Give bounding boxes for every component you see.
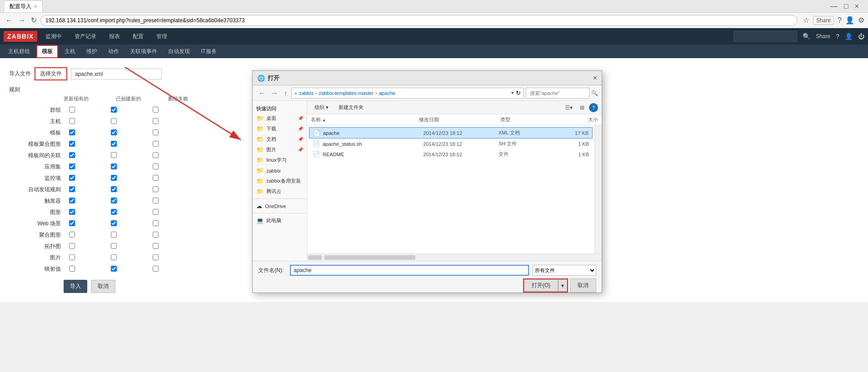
topnav-monitor[interactable]: 监测中 [43,31,65,42]
rule-update-0[interactable] [69,107,75,113]
sidebar-item-zabbix-backup[interactable]: 📁 zabbix备用安装 [253,176,307,186]
rule-create-7[interactable] [111,186,117,192]
subnav-itservices[interactable]: IT服务 [196,46,221,57]
filename-input[interactable] [290,265,529,276]
topnav-admin[interactable]: 管理 [154,31,170,42]
rule-delete-1[interactable] [153,118,159,124]
help-icon[interactable]: ? [838,16,842,25]
dialog-up-btn[interactable]: ↑ [282,89,289,98]
rule-delete-10[interactable] [153,220,159,226]
rule-create-11[interactable] [111,232,117,238]
rule-update-10[interactable] [69,220,75,226]
bookmark-icon[interactable]: ☆ [803,16,809,25]
rule-create-8[interactable] [111,198,117,203]
rule-delete-9[interactable] [153,209,159,215]
horizontal-scrollbar[interactable] [307,253,602,261]
refresh-btn[interactable]: ↻ [29,15,39,25]
vertical-scrollbar[interactable] [594,125,602,253]
rule-create-3[interactable] [111,141,117,147]
view-list-btn[interactable]: ☰▾ [562,103,575,112]
rule-delete-14[interactable] [153,266,159,272]
help-btn[interactable]: ? [589,103,598,112]
rule-update-12[interactable] [69,243,75,249]
rule-create-0[interactable] [111,107,117,113]
subnav-correlations[interactable]: 关联项事件 [125,46,162,57]
rule-create-14[interactable] [111,266,117,272]
sidebar-item-linux[interactable]: 📁 linux学习 [253,155,307,165]
rule-create-6[interactable] [111,175,117,181]
file-row[interactable]: 📄 README 2014/12/23 18:12 文件 1 KB [309,149,593,159]
subnav-templates[interactable]: 模板 [36,45,58,58]
address-bar[interactable] [40,15,798,26]
path-part-3[interactable]: apache [379,90,395,96]
topnav-config[interactable]: 配置 [130,31,146,42]
rule-create-4[interactable] [111,152,117,158]
subnav-actions[interactable]: 动作 [104,46,124,57]
subnav-hosts[interactable]: 主机 [60,46,80,57]
profile-icon[interactable]: 👤 [845,16,854,25]
rule-create-10[interactable] [111,220,117,226]
rule-update-13[interactable] [69,254,75,260]
sidebar-item-onedrive[interactable]: ☁ OneDrive [253,201,307,211]
dialog-refresh-btn[interactable]: ↻ [516,89,521,96]
rule-create-5[interactable] [111,164,117,169]
file-row[interactable]: 📄 apache_status.sh 2014/12/23 18:12 SH 文… [309,139,593,149]
sidebar-item-computer[interactable]: 💻 此电脑 [253,215,307,226]
path-part-2[interactable]: zabbix-templates-master [319,90,374,96]
file-input[interactable] [71,69,162,79]
dialog-search-icon[interactable]: 🔍 [591,90,598,96]
forward-btn[interactable]: → [16,15,27,25]
rule-delete-13[interactable] [153,254,159,260]
subnav-maintenance[interactable]: 维护 [82,46,102,57]
window-minimize-btn[interactable]: — [828,1,839,11]
rule-delete-11[interactable] [153,232,159,238]
rule-create-1[interactable] [111,118,117,124]
dialog-search-input[interactable] [526,88,589,99]
rule-update-2[interactable] [69,129,75,135]
subnav-hostgroups[interactable]: 主机群组 [4,46,35,57]
open-dropdown-btn[interactable]: ▾ [558,279,567,292]
topnav-user-icon[interactable]: 👤 [845,33,853,40]
open-btn[interactable]: 打开(O) [524,279,558,292]
rule-create-9[interactable] [111,209,117,215]
sidebar-item-pictures[interactable]: 📁 图片 📌 [253,144,307,155]
new-folder-btn[interactable]: 新建文件夹 [335,103,367,112]
share-btn[interactable]: Share [813,16,834,25]
topnav-share-btn[interactable]: Share [816,33,830,40]
rule-update-5[interactable] [69,164,75,169]
rule-update-4[interactable] [69,152,75,158]
back-btn[interactable]: ← [4,15,15,25]
view-details-btn[interactable]: ⊞ [577,103,587,112]
rule-delete-8[interactable] [153,198,159,203]
rule-update-1[interactable] [69,118,75,124]
settings-icon[interactable]: ⚙ [858,16,864,25]
col-name[interactable]: 名称 [311,116,419,123]
window-close-btn[interactable]: × [853,1,861,11]
rule-update-8[interactable] [69,198,75,203]
rule-update-7[interactable] [69,186,75,192]
topnav-assets[interactable]: 资产记录 [72,31,99,42]
rule-update-14[interactable] [69,266,75,272]
topnav-help-icon[interactable]: ? [836,33,839,40]
dialog-forward-btn[interactable]: → [269,89,280,98]
rule-update-11[interactable] [69,232,75,238]
rule-update-9[interactable] [69,209,75,215]
topnav-search-input[interactable] [733,31,797,42]
rule-delete-6[interactable] [153,175,159,181]
rule-delete-3[interactable] [153,141,159,147]
window-maximize-btn[interactable]: □ [842,1,850,11]
topnav-power-icon[interactable]: ⏻ [858,33,864,40]
choose-file-btn[interactable]: 选择文件 [35,67,67,80]
topnav-reports[interactable]: 报表 [106,31,123,42]
dialog-cancel-btn[interactable]: 取消 [570,278,596,293]
import-btn[interactable]: 导入 [64,280,87,293]
sidebar-item-desktop[interactable]: 📁 桌面 📌 [253,113,307,124]
rule-delete-0[interactable] [153,107,159,113]
rule-delete-2[interactable] [153,129,159,135]
sidebar-item-tencent[interactable]: 📁 腾讯云 [253,186,307,197]
dialog-back-btn[interactable]: ← [256,89,267,98]
topnav-search-icon[interactable]: 🔍 [803,33,810,40]
sidebar-item-zabbix[interactable]: 📁 zabbix [253,165,307,176]
tab-close-icon[interactable]: × [34,4,37,9]
rule-create-2[interactable] [111,129,117,135]
